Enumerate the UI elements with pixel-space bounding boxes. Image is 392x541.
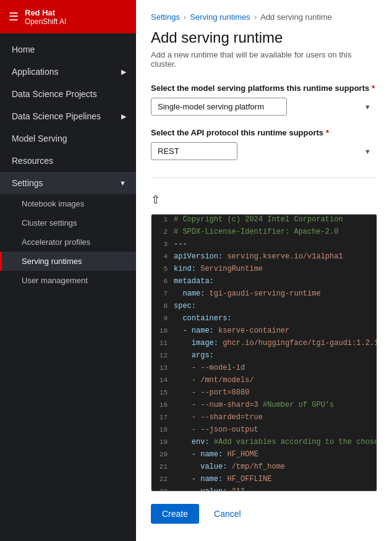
sidebar-item-serving-runtimes[interactable]: Serving runtimes — [0, 252, 136, 271]
code-line: 11 image: ghcr.io/huggingface/tgi-gaudi:… — [151, 338, 377, 351]
sidebar-item-notebook-images[interactable]: Notebook images — [0, 194, 136, 213]
chevron-down-icon: ▼ — [119, 179, 126, 187]
create-button[interactable]: Create — [151, 504, 199, 524]
action-bar: Create Cancel — [151, 492, 377, 529]
code-line: 1# Copyright (c) 2024 Intel Corporation — [151, 215, 377, 227]
page-title: Add serving runtime — [151, 29, 377, 46]
hamburger-icon[interactable]: ☰ — [9, 10, 19, 23]
brand-logo: Red Hat OpenShift AI — [25, 8, 66, 26]
code-editor[interactable]: 1# Copyright (c) 2024 Intel Corporation2… — [151, 214, 377, 492]
code-line: 15 - --port=8080 — [151, 388, 377, 400]
code-line: 3--- — [151, 239, 377, 252]
sidebar-item-accelerator-profiles[interactable]: Accelerator profiles — [0, 232, 136, 252]
cancel-button[interactable]: Cancel — [207, 504, 249, 524]
sidebar-item-applications[interactable]: Applications ▶ — [0, 61, 136, 83]
upload-icon[interactable]: ⇧ — [151, 193, 160, 207]
code-line: 9 containers: — [151, 313, 377, 326]
sidebar-item-user-management[interactable]: User management — [0, 271, 136, 290]
breadcrumb-sep-1: › — [184, 12, 186, 22]
main-content: Settings › Serving runtimes › Add servin… — [136, 0, 392, 541]
code-line: 10 - name: kserve-container — [151, 326, 377, 338]
code-line: 19 env: #Add variables according to the … — [151, 437, 377, 449]
code-line: 12 args: — [151, 351, 377, 363]
sidebar-item-pipelines[interactable]: Data Science Pipelines ▶ — [0, 105, 136, 127]
sidebar-item-resources[interactable]: Resources — [0, 150, 136, 172]
brand-bottom: OpenShift AI — [25, 17, 66, 26]
code-line: 14 - /mnt/models/ — [151, 375, 377, 388]
code-line: 2# SPDX-License-Identifier: Apache-2.0 — [151, 227, 377, 239]
sidebar: ☰ Red Hat OpenShift AI Home Applications… — [0, 0, 136, 541]
code-line: 20 - name: HF_HOME — [151, 449, 377, 462]
brand-header: ☰ Red Hat OpenShift AI — [0, 0, 136, 33]
code-line: 8spec: — [151, 301, 377, 313]
section-divider — [151, 177, 377, 178]
api-select-wrapper: REST gRPC ▼ — [151, 142, 377, 160]
platform-required: * — [372, 83, 375, 93]
upload-bar: ⇧ — [151, 188, 377, 211]
api-select[interactable]: REST gRPC — [151, 142, 237, 160]
breadcrumb-serving-runtimes[interactable]: Serving runtimes — [190, 12, 250, 22]
sidebar-nav: Home Applications ▶ Data Science Project… — [0, 33, 136, 541]
code-line: 5kind: ServingRuntime — [151, 264, 377, 276]
code-line: 21 value: /tmp/hf_home — [151, 462, 377, 474]
api-required: * — [326, 128, 329, 137]
sidebar-item-settings[interactable]: Settings ▼ — [0, 172, 136, 194]
breadcrumb-settings[interactable]: Settings — [151, 12, 180, 22]
code-line: 13 - --model-id — [151, 363, 377, 375]
code-line: 23 value: "1" — [151, 487, 377, 492]
code-line: 6metadata: — [151, 276, 377, 289]
chevron-down-icon: ▼ — [364, 103, 371, 111]
page-subtitle: Add a new runtime that will be available… — [151, 50, 377, 69]
breadcrumb: Settings › Serving runtimes › Add servin… — [151, 12, 377, 22]
code-line: 4apiVersion: serving.kserve.io/v1alpha1 — [151, 252, 377, 264]
brand-top: Red Hat — [25, 8, 66, 17]
chevron-down-icon: ▼ — [364, 148, 371, 155]
sidebar-item-cluster-settings[interactable]: Cluster settings — [0, 213, 136, 232]
platform-select-wrapper: Single-model serving platform Multi-mode… — [151, 98, 377, 116]
breadcrumb-sep-2: › — [254, 12, 257, 22]
chevron-right-icon: ▶ — [121, 68, 126, 76]
code-line: 18 - --json-output — [151, 425, 377, 437]
platform-select[interactable]: Single-model serving platform Multi-mode… — [151, 98, 287, 116]
sidebar-item-home[interactable]: Home — [0, 38, 136, 61]
code-line: 7 name: tgi-gaudi-serving-runtime — [151, 289, 377, 301]
sidebar-item-dsp[interactable]: Data Science Projects — [0, 83, 136, 105]
code-line: 16 - --num-shard=3 #Number of GPU's — [151, 400, 377, 412]
code-line: 22 - name: HF_OFFLINE — [151, 474, 377, 487]
api-label: Select the API protocol this runtime sup… — [151, 128, 377, 137]
code-line: 17 - --sharded=true — [151, 412, 377, 425]
platform-label: Select the model serving platforms this … — [151, 83, 377, 93]
breadcrumb-current: Add serving runtime — [260, 12, 332, 22]
sidebar-item-model-serving[interactable]: Model Serving — [0, 127, 136, 150]
chevron-right-icon: ▶ — [121, 113, 126, 121]
